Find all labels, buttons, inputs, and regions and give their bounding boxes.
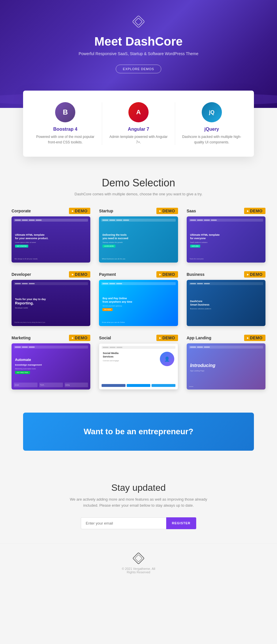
demo-preview-applanding[interactable]: Introducing App Landing Page ●●●●● [187,343,265,390]
svg-rect-1 [135,18,142,25]
demo-badge-saas[interactable]: DEMO [244,208,266,214]
angular-card: A Angular 7 Admin template powered with … [102,102,175,145]
svg-rect-3 [135,555,142,562]
demo-preview-business[interactable]: DashCoreSmart business Business solution… [187,280,265,326]
svg-rect-2 [133,553,144,564]
demo-section: Demo Selection DashCore comes with multi… [0,157,277,401]
svg-rect-0 [132,16,145,28]
hero-subtitle: Powerful Responsive SaaS, Startup & Soft… [6,51,271,56]
demo-preview-payment[interactable]: Buy and Pay Onlinefrom anywhere any time… [99,280,178,326]
email-form: REGISTER [81,517,196,529]
bootstrap-icon: B [55,102,75,122]
demo-item-header-applanding: App Landing DEMO [187,335,265,341]
jquery-title: jQuery [181,127,242,132]
footer-logo [133,553,144,564]
jquery-card: jQ jQuery Dashcore is packed with multip… [175,102,248,145]
newsletter-title: Stay updated [12,482,265,493]
footer-copyright: © 2021 Vergatheme. All [9,567,268,570]
newsletter-description: We are actively adding more and more fea… [66,497,211,509]
demo-badge-developer[interactable]: DEMO [69,271,91,278]
cta-box: Want to be an entrepreneur? [23,413,254,451]
demo-item-header-marketing: Marketing DEMO [12,335,90,341]
hero-logo [131,14,146,29]
hero-title: Meet DashCore [6,35,271,48]
angular-title: Angular 7 [108,127,169,132]
angular-icon: A [128,102,149,122]
demo-label-applanding: App Landing [187,336,212,340]
footer: © 2021 Vergatheme. All Rights Reserved [0,544,277,583]
demo-item-marketing: Marketing DEMO Automateknowledge managem… [12,335,90,390]
cta-section: Want to be an entrepreneur? [0,401,277,462]
demo-badge-applanding[interactable]: DEMO [244,335,266,341]
demo-label-corporate: Corporate [12,209,31,213]
demo-badge-business[interactable]: DEMO [244,271,266,278]
demo-item-header-business: Business DEMO [187,271,265,278]
demo-preview-saas[interactable]: Ultimate HTML templatefor everyone SaaS … [187,216,265,263]
bootstrap-title: Boostrap 4 [35,127,96,132]
demo-preview-social[interactable]: Social MediaServices Connect and engage … [99,343,178,390]
register-button[interactable]: REGISTER [166,517,196,529]
demo-item-header-payment: Payment DEMO [99,271,178,278]
demo-item-corporate: Corporate DEMO Ultimate HTML templatefor… [12,208,90,263]
newsletter-section: Stay updated We are actively adding more… [0,462,277,544]
demo-label-business: Business [187,272,205,277]
demo-label-social: Social [99,336,111,340]
demo-badge-startup[interactable]: DEMO [156,208,178,214]
demo-badge-social[interactable]: DEMO [156,335,178,341]
demo-item-developer: Developer DEMO Tools for your day to day… [12,271,90,326]
demo-label-developer: Developer [12,272,31,277]
jquery-icon: jQ [202,102,222,122]
demo-item-business: Business DEMO DashCoreSmart business Bus… [187,271,265,326]
demo-section-title: Demo Selection [12,177,265,189]
demo-label-marketing: Marketing [12,336,31,340]
angular-desc: Admin template powered with Angular 7+. [108,134,169,145]
demo-label-payment: Payment [99,272,116,277]
demo-grid: Corporate DEMO Ultimate HTML templatefor… [12,208,265,390]
demo-item-applanding: App Landing DEMO Introducing App Landing… [187,335,265,390]
demo-label-startup: Startup [99,209,113,213]
email-input[interactable] [81,517,166,529]
demo-preview-marketing[interactable]: Automateknowledge management Marketing a… [12,343,90,390]
footer-rights: Rights Reserved [9,570,268,574]
demo-item-header-social: Social DEMO [99,335,178,341]
demo-item-saas: Saas DEMO Ultimate HTML templatefor ever… [187,208,265,263]
demo-preview-corporate[interactable]: Ultimate HTML templatefor your awesome p… [12,216,90,263]
bootstrap-desc: Powered with one of the most popular fro… [35,134,96,145]
demo-section-subtitle: DashCore comes with multiple demos, choo… [12,192,265,196]
demo-badge-corporate[interactable]: DEMO [69,208,91,214]
demo-badge-marketing[interactable]: DEMO [69,335,91,341]
demo-item-social: Social DEMO Social MediaServices Con [99,335,178,390]
demo-item-header-saas: Saas DEMO [187,208,265,214]
tech-cards: B Boostrap 4 Powered with one of the mos… [23,91,254,157]
bootstrap-card: B Boostrap 4 Powered with one of the mos… [29,102,102,145]
tech-section: B Boostrap 4 Powered with one of the mos… [0,91,277,157]
demo-item-header-developer: Developer DEMO [12,271,90,278]
demo-badge-payment[interactable]: DEMO [156,271,178,278]
demo-item-header-startup: Startup DEMO [99,208,178,214]
demo-preview-startup[interactable]: Delivering the toolsyou need to succeed … [99,216,178,263]
demo-label-saas: Saas [187,209,196,213]
demo-item-payment: Payment DEMO Buy and Pay Onlinefrom anyw… [99,271,178,326]
demo-preview-developer[interactable]: Tools for your day to dayReporting. Deve… [12,280,90,326]
demo-item-header-corporate: Corporate DEMO [12,208,90,214]
cta-text: Want to be an entrepreneur? [38,427,239,436]
demo-item-startup: Startup DEMO Delivering the toolsyou nee… [99,208,178,263]
explore-demos-button[interactable]: EXPLORE DEMOS [116,65,161,73]
jquery-desc: Dashcore is packed with multiple high-qu… [181,134,242,145]
